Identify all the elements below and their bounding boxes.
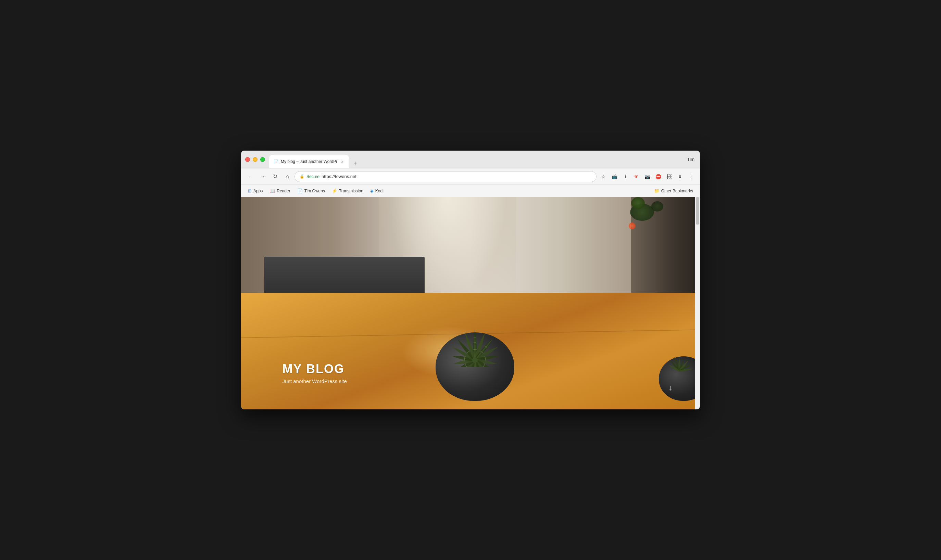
- secure-label: Secure: [306, 174, 319, 179]
- new-tab-button[interactable]: +: [350, 158, 360, 168]
- extension-button[interactable]: 🖼: [664, 172, 674, 182]
- tab-close-button[interactable]: ×: [339, 159, 345, 164]
- address-bar[interactable]: 🔒 Secure https://towens.net: [294, 171, 596, 182]
- succulent-svg: [437, 298, 513, 367]
- traffic-lights: [245, 157, 265, 162]
- other-bookmarks-label: Other Bookmarks: [661, 189, 693, 194]
- svg-point-1: [472, 357, 478, 363]
- forward-button[interactable]: →: [257, 171, 268, 182]
- bookmark-apps[interactable]: ⊞ Apps: [245, 187, 265, 195]
- url-text: https://towens.net: [322, 174, 356, 179]
- site-title: MY BLOG: [282, 362, 347, 376]
- info-button[interactable]: ℹ: [621, 172, 630, 182]
- home-button[interactable]: ⌂: [282, 171, 293, 182]
- active-tab[interactable]: 📄 My blog – Just another WordPr ×: [269, 155, 349, 168]
- hero-image: MY BLOG Just another WordPress site ↓: [241, 197, 700, 409]
- bookmarks-bar: ⊞ Apps 📖 Reader 📄 Tim Owens ⚡ Transmissi…: [241, 185, 700, 197]
- transmission-icon: ⚡: [332, 188, 337, 194]
- apps-icon: ⊞: [248, 188, 252, 194]
- bookmark-transmission-label: Transmission: [339, 189, 363, 194]
- site-overlay: MY BLOG Just another WordPress site: [282, 362, 347, 384]
- scroll-down-button[interactable]: ↓: [669, 383, 673, 392]
- minimize-button[interactable]: [253, 157, 257, 162]
- maximize-button[interactable]: [260, 157, 265, 162]
- kodi-icon: ◈: [370, 188, 374, 194]
- other-bookmarks-button[interactable]: 📁 Other Bookmarks: [651, 187, 696, 195]
- bookmark-tim-owens[interactable]: 📄 Tim Owens: [294, 187, 328, 195]
- tim-owens-icon: 📄: [297, 188, 303, 194]
- bookmark-tim-owens-label: Tim Owens: [305, 189, 325, 194]
- nav-icons-right: ☆ 📺 ℹ 👁 📷 ⛔ 🖼 ⬇ ⋮: [599, 172, 696, 182]
- bookmark-star-button[interactable]: ☆: [599, 172, 608, 182]
- tab-title: My blog – Just another WordPr: [281, 159, 337, 164]
- bookmark-kodi[interactable]: ◈ Kodi: [367, 187, 386, 195]
- cast-button[interactable]: 📺: [610, 172, 619, 182]
- bookmark-kodi-label: Kodi: [375, 189, 383, 194]
- scrollbar-thumb[interactable]: [696, 197, 699, 225]
- bookmark-reader-label: Reader: [277, 189, 290, 194]
- adblock-button[interactable]: ⛔: [653, 172, 663, 182]
- other-bookmarks-icon: 📁: [654, 188, 659, 194]
- website-content: MY BLOG Just another WordPress site ↓: [241, 197, 700, 409]
- bookmark-reader[interactable]: 📖 Reader: [267, 187, 293, 195]
- ghostery-button[interactable]: 👁: [631, 172, 641, 182]
- lock-icon: 🔒: [300, 174, 305, 179]
- bookmark-transmission[interactable]: ⚡ Transmission: [329, 187, 366, 195]
- nav-bar: ← → ↻ ⌂ 🔒 Secure https://towens.net ☆ 📺 …: [241, 168, 700, 185]
- main-plant-pot: [430, 312, 519, 401]
- browser-window: 📄 My blog – Just another WordPr × + Tim …: [241, 151, 700, 409]
- bookmark-apps-label: Apps: [253, 189, 263, 194]
- close-button[interactable]: [245, 157, 250, 162]
- download-button[interactable]: ⬇: [675, 172, 685, 182]
- bookmarks-right: 📁 Other Bookmarks: [651, 187, 696, 195]
- tab-favicon: 📄: [273, 159, 279, 164]
- back-button[interactable]: ←: [245, 171, 256, 182]
- site-tagline: Just another WordPress site: [282, 378, 347, 384]
- reader-icon: 📖: [270, 188, 275, 194]
- reload-button[interactable]: ↻: [270, 171, 280, 182]
- more-button[interactable]: ⋮: [686, 172, 696, 182]
- tabs-area: 📄 My blog – Just another WordPr × +: [269, 151, 696, 168]
- scrollbar[interactable]: [695, 197, 700, 409]
- title-bar: 📄 My blog – Just another WordPr × + Tim: [241, 151, 700, 168]
- secondary-plant-pot: [659, 349, 700, 401]
- screenshot-button[interactable]: 📷: [642, 172, 652, 182]
- user-name: Tim: [687, 157, 695, 162]
- top-right-plant-2: [631, 197, 645, 209]
